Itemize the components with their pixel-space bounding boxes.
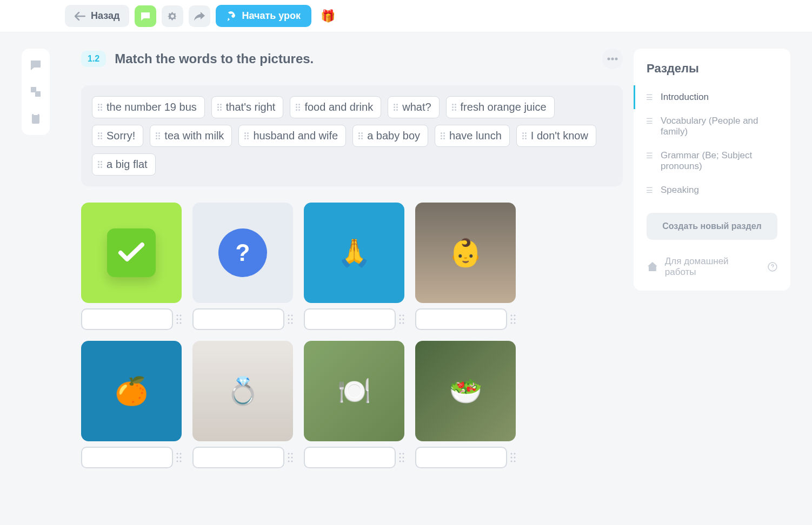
word-text: fresh orange juice [461,101,547,113]
image-praying: 🙏 [304,203,404,303]
sidebar: Разделы ☰Introduction☰Vocabulary (People… [634,32,812,525]
drop-zone[interactable] [81,308,173,330]
image-baby: 👶 [415,203,516,303]
homework-row[interactable]: Для домашней работы [634,240,790,278]
arrow-left-icon [75,12,85,21]
word-chip[interactable]: food and drink [290,96,381,118]
task-number: 1.2 [81,51,106,67]
word-chip[interactable]: that's right [211,96,284,118]
drop-zone[interactable] [192,308,284,330]
task-title: Match the words to the pictures. [115,51,594,66]
drop-zone[interactable] [415,447,507,468]
svg-point-18 [403,315,404,317]
word-text: husband and wife [253,130,338,142]
more-button[interactable] [602,49,623,69]
drop-handle-icon[interactable] [288,452,293,463]
drop-handle-icon[interactable] [176,452,182,463]
section-item[interactable]: ☰Vocabulary (People and family) [634,109,790,144]
drop-handle-icon[interactable] [399,314,404,325]
layout: 1.2 Match the words to the pictures. the… [0,32,812,525]
create-section-button[interactable]: Создать новый раздел [647,213,777,240]
svg-point-20 [403,319,404,320]
word-chip[interactable]: Sorry! [92,125,143,147]
section-item[interactable]: ☰Grammar (Be; Subject pronouns) [634,144,790,178]
svg-point-43 [400,457,401,459]
rail-card [22,49,50,135]
gift-icon[interactable]: 🎁 [317,5,338,27]
section-label: Introduction [661,92,709,103]
drop-row [192,308,293,330]
drop-zone[interactable] [81,447,173,468]
drop-handle-icon[interactable] [510,452,516,463]
share-icon [194,11,205,21]
word-chip[interactable]: fresh orange juice [446,96,555,118]
drop-zone[interactable] [415,308,507,330]
word-chip[interactable]: have lunch [435,125,510,147]
svg-point-14 [291,319,293,320]
drop-row [81,308,182,330]
rail-chat-button[interactable] [26,55,45,75]
section-item[interactable]: ☰Introduction [634,85,790,109]
word-text: what? [402,101,431,113]
word-chip[interactable]: tea with milk [150,125,232,147]
word-chip[interactable]: the number 19 bus [92,96,205,118]
share-button[interactable] [189,5,210,27]
svg-point-16 [291,322,293,324]
settings-button[interactable] [162,5,183,27]
image-oranges: 🍊 [81,341,182,441]
svg-point-33 [177,461,178,462]
start-label: Начать урок [242,10,301,22]
svg-point-21 [400,322,401,324]
rail-translate-button[interactable] [26,82,45,102]
drop-zone[interactable] [304,308,396,330]
back-button[interactable]: Назад [65,5,129,27]
svg-point-29 [177,453,178,455]
word-chip[interactable]: a big flat [92,153,156,176]
clipboard-icon [29,112,42,125]
word-chip[interactable]: I don't know [516,125,596,147]
svg-point-40 [291,461,293,462]
svg-point-32 [180,457,182,459]
main-content: 1.2 Match the words to the pictures. the… [54,32,634,525]
image-card: ? [192,203,293,330]
svg-point-42 [403,453,404,455]
talk-button[interactable] [135,5,156,27]
rail-clipboard-button[interactable] [26,109,45,129]
svg-point-34 [180,461,182,462]
svg-point-8 [180,319,182,320]
svg-point-48 [514,453,516,455]
section-item[interactable]: ☰Speaking [634,178,790,202]
drop-handle-icon[interactable] [176,314,182,325]
svg-rect-0 [32,114,39,124]
image-card: 💍 [192,341,293,468]
drop-handle-icon[interactable] [399,452,404,463]
drop-handle-icon[interactable] [288,314,293,325]
svg-point-22 [403,322,404,324]
image-lunch: 🍽️ [304,341,404,441]
drop-row [415,447,516,468]
svg-point-10 [180,322,182,324]
svg-point-26 [514,319,516,320]
home-icon [647,261,658,273]
word-text: that's right [226,101,276,113]
svg-point-36 [291,453,293,455]
svg-point-39 [288,461,290,462]
drop-row [192,447,293,468]
drop-zone[interactable] [304,447,396,468]
svg-point-23 [511,315,513,317]
word-chip[interactable]: what? [388,96,439,118]
word-chip[interactable]: a baby boy [352,125,428,147]
svg-point-4 [615,58,618,60]
image-card [81,203,182,330]
svg-point-46 [403,461,404,462]
svg-point-35 [288,453,290,455]
section-label: Vocabulary (People and family) [661,116,777,137]
svg-point-31 [177,457,178,459]
word-chip[interactable]: husband and wife [238,125,346,147]
left-rail [0,32,54,525]
drop-handle-icon[interactable] [510,314,516,325]
drop-zone[interactable] [192,447,284,468]
svg-point-11 [288,315,290,317]
svg-rect-1 [34,113,38,115]
start-lesson-button[interactable]: Начать урок [216,5,311,27]
